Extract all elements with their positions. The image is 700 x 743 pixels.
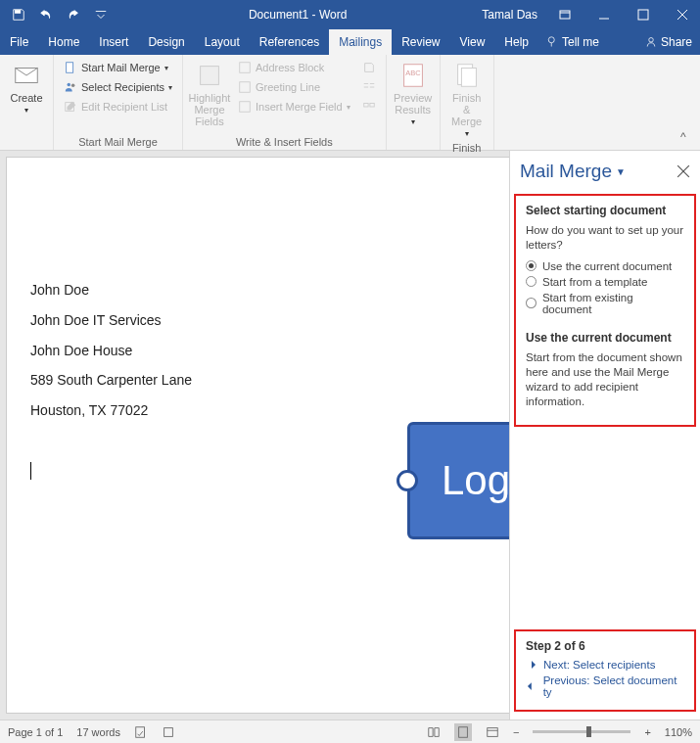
tab-file[interactable]: File bbox=[0, 29, 38, 55]
tab-view[interactable]: View bbox=[450, 29, 495, 55]
rules-button bbox=[358, 59, 380, 76]
tab-help[interactable]: Help bbox=[494, 29, 538, 55]
svg-rect-14 bbox=[240, 63, 251, 73]
svg-rect-13 bbox=[201, 67, 219, 85]
section-question: How do you want to set up your letters? bbox=[526, 223, 684, 253]
start-mail-merge-button[interactable]: Start Mail Merge▾ bbox=[60, 59, 176, 76]
svg-rect-18 bbox=[370, 104, 374, 108]
close-taskpane-icon[interactable] bbox=[677, 164, 690, 178]
svg-rect-9 bbox=[67, 63, 73, 73]
doc-line: John Doe bbox=[30, 275, 509, 305]
finish-merge-button: Finish & Merge▾ bbox=[446, 59, 488, 140]
people-icon bbox=[64, 80, 77, 94]
share-button[interactable]: Share bbox=[637, 29, 700, 55]
page-indicator[interactable]: Page 1 of 1 bbox=[8, 726, 63, 738]
svg-rect-3 bbox=[638, 10, 648, 20]
match-fields-button bbox=[358, 78, 380, 96]
tab-layout[interactable]: Layout bbox=[195, 29, 250, 55]
step-indicator: Step 2 of 6 bbox=[526, 639, 684, 653]
zoom-in-button[interactable]: + bbox=[644, 726, 650, 738]
radio-icon bbox=[526, 260, 537, 271]
maximize-icon[interactable] bbox=[626, 0, 661, 29]
svg-rect-17 bbox=[363, 104, 367, 108]
ribbon-tabs: File Home Insert Design Layout Reference… bbox=[0, 29, 700, 55]
update-labels-button bbox=[358, 98, 380, 116]
document-body[interactable]: John Doe John Doe IT Services John Doe H… bbox=[7, 158, 509, 486]
labels-icon bbox=[362, 100, 376, 114]
tab-design[interactable]: Design bbox=[138, 29, 194, 55]
collapse-ribbon-icon[interactable]: ^ bbox=[680, 130, 696, 146]
arrow-right-icon bbox=[526, 660, 537, 670]
user-name: Tamal Das bbox=[482, 8, 543, 22]
svg-rect-1 bbox=[560, 11, 570, 19]
macro-icon[interactable] bbox=[162, 725, 175, 739]
create-envelopes-button[interactable]: Create▾ bbox=[6, 59, 47, 116]
zoom-level[interactable]: 110% bbox=[665, 726, 692, 738]
address-block-button: Address Block bbox=[234, 59, 354, 76]
rules-icon bbox=[362, 61, 376, 74]
svg-rect-22 bbox=[461, 69, 476, 87]
svg-rect-16 bbox=[240, 102, 251, 113]
print-layout-icon[interactable] bbox=[454, 723, 472, 741]
zoom-out-button[interactable]: − bbox=[513, 726, 519, 738]
doc-line: John Doe House bbox=[30, 336, 509, 366]
tab-review[interactable]: Review bbox=[392, 29, 449, 55]
ribbon-display-icon[interactable] bbox=[547, 0, 583, 29]
insert-merge-field-button: Insert Merge Field▾ bbox=[234, 98, 354, 116]
svg-point-7 bbox=[649, 38, 654, 43]
radio-icon bbox=[526, 298, 537, 308]
finish-icon bbox=[452, 61, 482, 90]
radio-from-existing[interactable]: Start from existing document bbox=[526, 292, 684, 315]
preview-results-button: ABC Preview Results▾ bbox=[393, 59, 434, 128]
ribbon: Create▾ Start Mail Merge▾ Select Recipie… bbox=[0, 55, 700, 151]
radio-icon bbox=[526, 276, 537, 287]
taskpane-title[interactable]: Mail Merge▼ bbox=[520, 161, 626, 182]
tab-insert[interactable]: Insert bbox=[89, 29, 138, 55]
radio-from-template[interactable]: Start from a template bbox=[526, 276, 684, 288]
highlight-icon bbox=[195, 61, 224, 90]
svg-point-6 bbox=[548, 37, 554, 43]
section-heading: Select starting document bbox=[526, 204, 684, 217]
document-title: Document1 - Word bbox=[114, 8, 482, 22]
envelope-icon bbox=[12, 61, 41, 90]
chevron-down-icon[interactable]: ▼ bbox=[616, 166, 626, 177]
word-count[interactable]: 17 words bbox=[76, 726, 120, 738]
edit-recipient-list-button: Edit Recipient List bbox=[60, 98, 176, 116]
previous-step-link[interactable]: Previous: Select document ty bbox=[526, 674, 684, 698]
match-icon bbox=[362, 80, 376, 94]
save-icon[interactable] bbox=[6, 2, 31, 27]
qat-customize-icon[interactable] bbox=[88, 2, 114, 27]
greeting-icon bbox=[238, 80, 252, 94]
svg-rect-28 bbox=[488, 727, 498, 736]
next-step-link[interactable]: Next: Select recipients bbox=[526, 659, 684, 671]
document-pane[interactable]: Log John Doe John Doe IT Services John D… bbox=[6, 157, 509, 714]
zoom-slider[interactable] bbox=[533, 730, 630, 733]
undo-icon[interactable] bbox=[33, 2, 59, 27]
group-label-finish: Finish bbox=[446, 140, 488, 154]
svg-point-10 bbox=[68, 83, 71, 87]
status-bar: Page 1 of 1 17 words − + 110% bbox=[0, 720, 700, 743]
svg-rect-26 bbox=[164, 727, 173, 736]
svg-point-11 bbox=[71, 84, 75, 88]
minimize-icon[interactable] bbox=[586, 0, 622, 29]
web-layout-icon[interactable] bbox=[486, 725, 499, 739]
group-label-start: Start Mail Merge bbox=[60, 134, 176, 148]
tab-mailings[interactable]: Mailings bbox=[329, 29, 392, 55]
edit-list-icon bbox=[64, 100, 77, 114]
select-recipients-button[interactable]: Select Recipients▾ bbox=[60, 78, 176, 96]
tab-references[interactable]: References bbox=[250, 29, 329, 55]
svg-text:ABC: ABC bbox=[405, 69, 421, 77]
spellcheck-icon[interactable] bbox=[134, 725, 148, 739]
read-mode-icon[interactable] bbox=[427, 725, 441, 739]
redo-icon[interactable] bbox=[61, 2, 86, 27]
svg-rect-27 bbox=[459, 726, 468, 737]
group-label-write: Write & Insert Fields bbox=[189, 134, 380, 148]
section-heading-2: Use the current document bbox=[526, 331, 684, 345]
tab-home[interactable]: Home bbox=[38, 29, 89, 55]
tell-me-search[interactable]: Tell me bbox=[538, 29, 607, 55]
greeting-line-button: Greeting Line bbox=[234, 78, 354, 96]
close-icon[interactable] bbox=[665, 0, 700, 29]
svg-rect-25 bbox=[136, 726, 145, 737]
svg-rect-15 bbox=[240, 82, 251, 93]
radio-use-current[interactable]: Use the current document bbox=[526, 260, 684, 272]
